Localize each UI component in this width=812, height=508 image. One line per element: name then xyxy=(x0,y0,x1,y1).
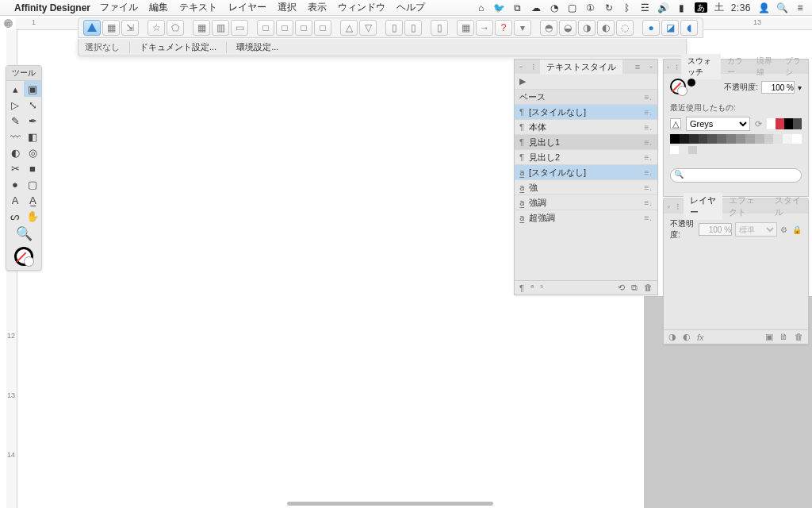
snap-button[interactable]: ▥ xyxy=(212,20,229,36)
ramp-swatch[interactable] xyxy=(688,146,697,154)
effects-tab[interactable]: エフェクト xyxy=(722,193,768,220)
flip-h-button[interactable]: △ xyxy=(340,20,358,36)
menu-layer[interactable]: レイヤー xyxy=(228,1,266,14)
swatch-preset-select[interactable]: Greys xyxy=(686,117,750,131)
volume-icon[interactable]: 🔊 xyxy=(658,2,669,13)
layer-gear-icon[interactable]: ⚙ xyxy=(780,225,787,234)
swatch-refresh-icon[interactable]: ⟳ xyxy=(755,119,762,129)
sync-icon[interactable]: ↻ xyxy=(603,2,615,13)
save-defaults-button[interactable]: ◖ xyxy=(680,20,698,36)
guides-button[interactable]: ▦ xyxy=(457,20,474,36)
wifi-icon[interactable]: ☲ xyxy=(640,2,651,13)
document-setup-button[interactable]: ドキュメント設定... xyxy=(140,41,216,53)
ramp-swatch[interactable] xyxy=(792,134,802,144)
row-more-icon[interactable]: ≡. xyxy=(644,214,653,222)
artboard-tool[interactable]: ▣ xyxy=(24,81,41,97)
bool-subtract-button[interactable]: ◒ xyxy=(559,20,576,36)
fill-stroke-swatch[interactable] xyxy=(6,243,41,270)
layer-blend-select[interactable]: 標準 xyxy=(735,222,777,237)
ramp-swatch[interactable] xyxy=(707,134,717,144)
fill-stroke-well[interactable] xyxy=(670,79,694,96)
shape-button[interactable]: ⬠ xyxy=(167,20,184,36)
layers-tab[interactable]: レイヤー xyxy=(684,193,723,220)
text-style-row[interactable]: a̲強調≡. xyxy=(515,194,657,210)
styles-expand-icon[interactable]: ▶ xyxy=(515,74,657,89)
display-icon[interactable]: ▢ xyxy=(567,2,578,13)
move-back-button[interactable]: ▯ xyxy=(385,20,403,36)
twitter-icon[interactable]: 🐦 xyxy=(494,2,505,13)
layer-lock-icon[interactable]: 🔒 xyxy=(792,225,802,234)
preset-chip[interactable] xyxy=(784,118,793,129)
eyedropper-tool[interactable]: ✎ xyxy=(6,113,24,129)
point-transform-tool[interactable]: ⤡ xyxy=(24,97,41,113)
menu-view[interactable]: 表示 xyxy=(308,1,327,14)
new-char-style-icon[interactable]: ᵃ xyxy=(530,283,534,293)
export-persona-button[interactable]: ⇲ xyxy=(121,20,139,36)
text-style-row[interactable]: ¶本体≡. xyxy=(515,119,657,134)
horizontal-scrollbar[interactable] xyxy=(287,502,493,506)
revert-defaults-button[interactable]: ◪ xyxy=(661,20,679,36)
bluetooth-icon[interactable]: ᛒ xyxy=(622,2,633,13)
help-button[interactable]: ? xyxy=(495,20,512,36)
clock-time[interactable]: 2:36 xyxy=(731,2,751,13)
arrange-button[interactable]: ▯ xyxy=(431,20,448,36)
rectangle-tool[interactable]: ■ xyxy=(24,160,41,176)
onedrive-icon[interactable]: ① xyxy=(585,2,596,13)
ramp-swatch[interactable] xyxy=(764,134,774,144)
ramp-swatch[interactable] xyxy=(783,134,792,144)
insert-target-button[interactable]: → xyxy=(476,20,493,36)
bool-add-button[interactable]: ◓ xyxy=(540,20,557,36)
cloud-icon[interactable]: ☁ xyxy=(530,2,542,13)
ramp-swatch[interactable] xyxy=(773,134,783,144)
preset-chip[interactable] xyxy=(793,118,802,129)
move-front-button[interactable]: ▯ xyxy=(404,20,422,36)
row-more-icon[interactable]: ≡. xyxy=(644,123,653,132)
favorite-button[interactable]: ☆ xyxy=(147,20,165,36)
text-styles-tab[interactable]: テキストスタイル xyxy=(540,60,622,75)
ramp-swatch[interactable] xyxy=(736,134,745,144)
text-style-row[interactable]: a̲[スタイルなし]≡. xyxy=(515,164,657,179)
ramp-swatch[interactable] xyxy=(745,134,755,144)
ramp-swatch[interactable] xyxy=(689,134,699,144)
swatch-search-input[interactable] xyxy=(670,168,802,183)
ramp-swatch[interactable] xyxy=(679,146,688,154)
grid-button[interactable]: ▦ xyxy=(193,20,210,36)
new-layer-icon[interactable]: 🗎 xyxy=(779,332,788,342)
panel-menu-icon[interactable]: ⁝ xyxy=(672,63,681,71)
align-left-button[interactable]: □ xyxy=(257,20,274,36)
fx-layer-icon[interactable]: fx xyxy=(697,333,704,342)
transform-button[interactable]: ▭ xyxy=(231,20,248,36)
preset-chip[interactable] xyxy=(776,118,784,129)
designer-persona-button[interactable] xyxy=(83,20,101,36)
menu-edit[interactable]: 編集 xyxy=(149,1,168,14)
spotlight-icon[interactable]: 🔍 xyxy=(776,2,787,13)
input-source-badge[interactable]: あ xyxy=(695,2,707,13)
pen-tool[interactable]: ✒ xyxy=(24,113,41,129)
menu-window[interactable]: ウィンドウ xyxy=(338,1,385,14)
airplay-icon[interactable]: ⌂ xyxy=(476,2,487,13)
stroke-tab[interactable]: 境界線 xyxy=(750,54,779,79)
text-style-row[interactable]: a̲強≡. xyxy=(515,179,657,194)
ramp-swatch[interactable] xyxy=(726,134,736,144)
menu-file[interactable]: ファイル xyxy=(100,1,138,14)
delete-layer-icon[interactable]: 🗑 xyxy=(795,332,803,342)
clip-layer-icon[interactable]: ▣ xyxy=(765,332,773,342)
dropbox-icon[interactable]: ⧉ xyxy=(512,2,523,13)
opacity-input[interactable] xyxy=(761,81,795,94)
text-style-row[interactable]: ¶見出し2≡. xyxy=(515,149,657,164)
bool-divide-button[interactable]: ◌ xyxy=(616,20,634,36)
battery2-icon[interactable]: ▮ xyxy=(676,2,688,13)
styles-tab[interactable]: スタイル xyxy=(768,193,808,220)
zoom-tool[interactable]: 🔍 xyxy=(6,224,41,243)
notification-center-icon[interactable]: ≡ xyxy=(795,2,806,13)
text-style-row[interactable]: ¶見出し1≡. xyxy=(515,134,657,149)
row-more-icon[interactable]: ≡. xyxy=(644,183,653,192)
user-icon[interactable]: 👤 xyxy=(758,2,769,13)
color-tab[interactable]: カラー xyxy=(721,54,750,79)
rounded-rect-tool[interactable]: ▢ xyxy=(24,176,41,192)
row-more-icon[interactable]: ≡. xyxy=(644,153,653,162)
menu-select[interactable]: 選択 xyxy=(278,1,297,14)
battery-icon[interactable]: ◔ xyxy=(549,2,560,13)
mask-layer-icon[interactable]: ◑ xyxy=(668,332,676,342)
panel-menu-icon[interactable]: ⁝ xyxy=(673,202,683,212)
